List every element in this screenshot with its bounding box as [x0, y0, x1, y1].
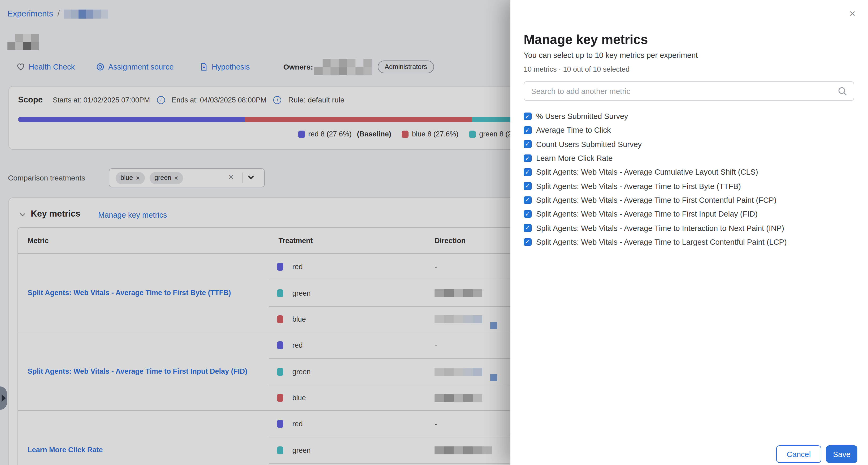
metric-item-label: % Users Submitted Survey	[536, 112, 628, 120]
metric-item-label: Split Agents: Web Vitals - Average Cumul…	[536, 168, 758, 176]
app-window: Experiments / Health Check Assignment so…	[0, 0, 868, 465]
metric-list-item: ✓Learn More Click Rate	[524, 151, 854, 165]
panel-subtitle: You can select up to 10 key metrics per …	[524, 51, 854, 59]
metric-list-item: ✓Split Agents: Web Vitals - Average Time…	[524, 221, 854, 235]
metric-item-label: Count Users Submitted Survey	[536, 140, 642, 148]
metric-search-box	[524, 81, 854, 101]
metric-list-item: ✓Count Users Submitted Survey	[524, 137, 854, 151]
metric-item-label: Split Agents: Web Vitals - Average Time …	[536, 182, 741, 190]
metric-item-label: Split Agents: Web Vitals - Average Time …	[536, 224, 784, 232]
checkbox-checked[interactable]: ✓	[524, 224, 531, 232]
metric-item-label: Learn More Click Rate	[536, 154, 613, 163]
metric-list-item: ✓Average Time to Click	[524, 123, 854, 138]
metric-search-input[interactable]	[524, 82, 854, 100]
metric-list-item: ✓Split Agents: Web Vitals - Average Cumu…	[524, 165, 854, 179]
metric-list-item: ✓Split Agents: Web Vitals - Average Time…	[524, 193, 854, 207]
metric-list-item: ✓Split Agents: Web Vitals - Average Time…	[524, 179, 854, 193]
search-icon	[837, 86, 848, 97]
checkbox-checked[interactable]: ✓	[524, 140, 531, 148]
metrics-count-text: 10 metrics · 10 out of 10 selected	[524, 65, 854, 73]
metric-list-item: ✓Split Agents: Web Vitals - Average Time…	[524, 207, 854, 221]
metric-list-item: ✓% Users Submitted Survey	[524, 109, 854, 123]
metric-item-label: Split Agents: Web Vitals - Average Time …	[536, 196, 776, 204]
checkbox-checked[interactable]: ✓	[524, 210, 531, 218]
save-button[interactable]: Save	[826, 445, 858, 463]
metric-item-label: Split Agents: Web Vitals - Average Time …	[536, 210, 757, 218]
panel-title: Manage key metrics	[524, 32, 854, 47]
metric-item-label: Average Time to Click	[536, 126, 611, 135]
checkbox-checked[interactable]: ✓	[524, 238, 531, 246]
checkbox-checked[interactable]: ✓	[524, 113, 531, 120]
checkbox-checked[interactable]: ✓	[524, 154, 531, 162]
metric-item-label: Split Agents: Web Vitals - Average Time …	[536, 238, 787, 246]
checkbox-checked[interactable]: ✓	[524, 196, 531, 204]
metric-checkbox-list: ✓% Users Submitted Survey ✓Average Time …	[524, 109, 854, 249]
checkbox-checked[interactable]: ✓	[524, 168, 531, 176]
manage-key-metrics-panel: ✕ Manage key metrics You can select up t…	[510, 0, 868, 465]
checkbox-checked[interactable]: ✓	[524, 126, 531, 134]
metric-list-item: ✓Split Agents: Web Vitals - Average Time…	[524, 235, 854, 249]
checkbox-checked[interactable]: ✓	[524, 182, 531, 190]
panel-footer: Cancel Save	[510, 434, 868, 465]
cancel-button[interactable]: Cancel	[776, 445, 821, 463]
